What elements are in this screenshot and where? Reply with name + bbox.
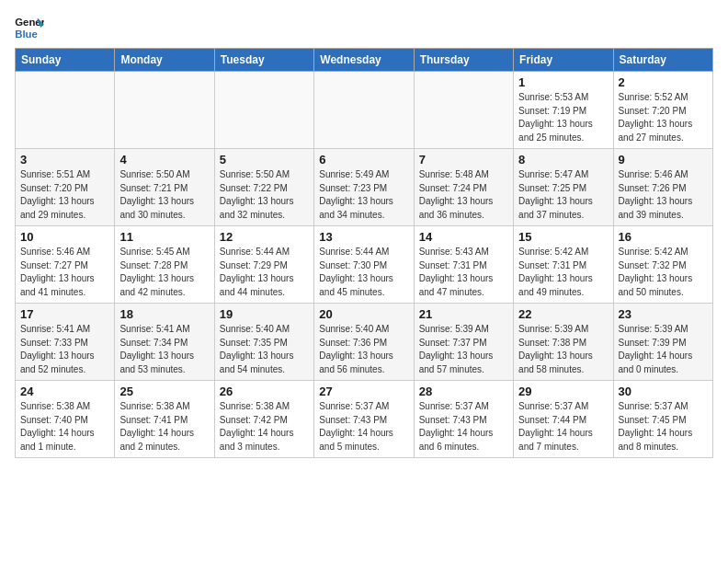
day-info: Sunrise: 5:39 AM Sunset: 7:39 PM Dayligh…: [619, 323, 708, 376]
day-number: 25: [119, 385, 209, 398]
day-info: Sunrise: 5:38 AM Sunset: 7:40 PM Dayligh…: [20, 400, 109, 454]
day-number: 3: [20, 153, 109, 167]
column-header-tuesday: Tuesday: [214, 49, 313, 72]
calendar-cell: 30Sunrise: 5:37 AM Sunset: 7:45 PM Dayli…: [613, 381, 712, 458]
day-info: Sunrise: 5:38 AM Sunset: 7:41 PM Dayligh…: [119, 400, 209, 454]
logo: General Blue: [15, 15, 50, 40]
calendar-cell: 20Sunrise: 5:40 AM Sunset: 7:36 PM Dayli…: [314, 304, 414, 381]
day-number: 26: [220, 385, 309, 398]
column-header-thursday: Thursday: [414, 49, 513, 72]
calendar-cell: 17Sunrise: 5:41 AM Sunset: 7:33 PM Dayli…: [16, 304, 115, 381]
day-info: Sunrise: 5:37 AM Sunset: 7:45 PM Dayligh…: [619, 400, 708, 454]
calendar-week-row: 24Sunrise: 5:38 AM Sunset: 7:40 PM Dayli…: [16, 381, 713, 458]
calendar-cell: 10Sunrise: 5:46 AM Sunset: 7:27 PM Dayli…: [16, 226, 115, 304]
calendar-cell: 21Sunrise: 5:39 AM Sunset: 7:37 PM Dayli…: [414, 304, 513, 381]
calendar-cell: 27Sunrise: 5:37 AM Sunset: 7:43 PM Dayli…: [314, 381, 414, 458]
day-number: 30: [619, 385, 708, 398]
calendar-cell: 6Sunrise: 5:49 AM Sunset: 7:23 PM Daylig…: [314, 149, 414, 226]
calendar-cell: 4Sunrise: 5:50 AM Sunset: 7:21 PM Daylig…: [115, 149, 214, 226]
day-number: 29: [518, 385, 608, 398]
day-info: Sunrise: 5:46 AM Sunset: 7:27 PM Dayligh…: [20, 246, 109, 299]
day-info: Sunrise: 5:50 AM Sunset: 7:21 PM Dayligh…: [119, 168, 209, 222]
day-info: Sunrise: 5:38 AM Sunset: 7:42 PM Dayligh…: [220, 400, 309, 454]
calendar-cell: 14Sunrise: 5:43 AM Sunset: 7:31 PM Dayli…: [414, 226, 513, 304]
column-header-saturday: Saturday: [613, 49, 712, 72]
svg-text:Blue: Blue: [15, 29, 38, 40]
day-number: 27: [319, 385, 408, 398]
calendar-cell: 5Sunrise: 5:50 AM Sunset: 7:22 PM Daylig…: [214, 149, 313, 226]
day-number: 28: [419, 385, 508, 398]
day-number: 7: [419, 153, 508, 167]
calendar-cell: 18Sunrise: 5:41 AM Sunset: 7:34 PM Dayli…: [115, 304, 214, 381]
day-info: Sunrise: 5:41 AM Sunset: 7:33 PM Dayligh…: [20, 323, 109, 376]
calendar-cell: 26Sunrise: 5:38 AM Sunset: 7:42 PM Dayli…: [214, 381, 313, 458]
calendar-week-row: 3Sunrise: 5:51 AM Sunset: 7:20 PM Daylig…: [16, 149, 713, 226]
day-info: Sunrise: 5:43 AM Sunset: 7:31 PM Dayligh…: [419, 246, 508, 299]
column-header-monday: Monday: [115, 49, 214, 72]
logo-icon: General Blue: [15, 15, 44, 40]
calendar-week-row: 10Sunrise: 5:46 AM Sunset: 7:27 PM Dayli…: [16, 226, 713, 304]
calendar-table: SundayMondayTuesdayWednesdayThursdayFrid…: [15, 48, 713, 458]
day-info: Sunrise: 5:37 AM Sunset: 7:43 PM Dayligh…: [419, 400, 508, 454]
calendar-week-row: 1Sunrise: 5:53 AM Sunset: 7:19 PM Daylig…: [16, 72, 713, 149]
calendar-cell: 13Sunrise: 5:44 AM Sunset: 7:30 PM Dayli…: [314, 226, 414, 304]
day-number: 18: [119, 307, 209, 321]
calendar-cell: 11Sunrise: 5:45 AM Sunset: 7:28 PM Dayli…: [115, 226, 214, 304]
calendar-cell: [214, 72, 313, 149]
calendar-cell: 12Sunrise: 5:44 AM Sunset: 7:29 PM Dayli…: [214, 226, 313, 304]
calendar-cell: 7Sunrise: 5:48 AM Sunset: 7:24 PM Daylig…: [414, 149, 513, 226]
day-number: 1: [518, 75, 608, 89]
day-info: Sunrise: 5:52 AM Sunset: 7:20 PM Dayligh…: [619, 91, 708, 144]
day-info: Sunrise: 5:44 AM Sunset: 7:30 PM Dayligh…: [319, 246, 408, 299]
day-number: 9: [619, 153, 708, 167]
calendar-cell: 24Sunrise: 5:38 AM Sunset: 7:40 PM Dayli…: [16, 381, 115, 458]
day-info: Sunrise: 5:40 AM Sunset: 7:36 PM Dayligh…: [319, 323, 408, 376]
page-header: General Blue: [15, 15, 713, 40]
day-number: 11: [119, 230, 209, 244]
day-info: Sunrise: 5:53 AM Sunset: 7:19 PM Dayligh…: [518, 91, 608, 144]
calendar-cell: 29Sunrise: 5:37 AM Sunset: 7:44 PM Dayli…: [514, 381, 613, 458]
column-header-sunday: Sunday: [16, 49, 115, 72]
day-number: 23: [619, 307, 708, 321]
day-number: 6: [319, 153, 408, 167]
day-number: 16: [619, 230, 708, 244]
day-number: 14: [419, 230, 508, 244]
calendar-cell: 15Sunrise: 5:42 AM Sunset: 7:31 PM Dayli…: [514, 226, 613, 304]
calendar-cell: 9Sunrise: 5:46 AM Sunset: 7:26 PM Daylig…: [613, 149, 712, 226]
day-info: Sunrise: 5:50 AM Sunset: 7:22 PM Dayligh…: [220, 168, 309, 222]
column-header-friday: Friday: [514, 49, 613, 72]
calendar-cell: 1Sunrise: 5:53 AM Sunset: 7:19 PM Daylig…: [514, 72, 613, 149]
calendar-cell: 8Sunrise: 5:47 AM Sunset: 7:25 PM Daylig…: [514, 149, 613, 226]
day-info: Sunrise: 5:37 AM Sunset: 7:43 PM Dayligh…: [319, 400, 408, 454]
day-info: Sunrise: 5:47 AM Sunset: 7:25 PM Dayligh…: [518, 168, 608, 222]
day-number: 8: [518, 153, 608, 167]
calendar-cell: 23Sunrise: 5:39 AM Sunset: 7:39 PM Dayli…: [613, 304, 712, 381]
calendar-cell: [314, 72, 414, 149]
day-info: Sunrise: 5:45 AM Sunset: 7:28 PM Dayligh…: [119, 246, 209, 299]
calendar-week-row: 17Sunrise: 5:41 AM Sunset: 7:33 PM Dayli…: [16, 304, 713, 381]
day-info: Sunrise: 5:51 AM Sunset: 7:20 PM Dayligh…: [20, 168, 109, 222]
day-number: 20: [319, 307, 408, 321]
day-number: 12: [220, 230, 309, 244]
calendar-cell: 22Sunrise: 5:39 AM Sunset: 7:38 PM Dayli…: [514, 304, 613, 381]
day-info: Sunrise: 5:42 AM Sunset: 7:31 PM Dayligh…: [518, 246, 608, 299]
day-info: Sunrise: 5:39 AM Sunset: 7:38 PM Dayligh…: [518, 323, 608, 376]
day-info: Sunrise: 5:46 AM Sunset: 7:26 PM Dayligh…: [619, 168, 708, 222]
day-number: 21: [419, 307, 508, 321]
day-info: Sunrise: 5:37 AM Sunset: 7:44 PM Dayligh…: [518, 400, 608, 454]
calendar-cell: 16Sunrise: 5:42 AM Sunset: 7:32 PM Dayli…: [613, 226, 712, 304]
calendar-cell: [16, 72, 115, 149]
calendar-cell: 19Sunrise: 5:40 AM Sunset: 7:35 PM Dayli…: [214, 304, 313, 381]
day-info: Sunrise: 5:41 AM Sunset: 7:34 PM Dayligh…: [119, 323, 209, 376]
day-info: Sunrise: 5:39 AM Sunset: 7:37 PM Dayligh…: [419, 323, 508, 376]
calendar-cell: 2Sunrise: 5:52 AM Sunset: 7:20 PM Daylig…: [613, 72, 712, 149]
calendar-cell: [414, 72, 513, 149]
day-info: Sunrise: 5:49 AM Sunset: 7:23 PM Dayligh…: [319, 168, 408, 222]
day-number: 10: [20, 230, 109, 244]
day-number: 22: [518, 307, 608, 321]
column-header-wednesday: Wednesday: [314, 49, 414, 72]
day-number: 19: [220, 307, 309, 321]
day-number: 13: [319, 230, 408, 244]
calendar-header-row: SundayMondayTuesdayWednesdayThursdayFrid…: [16, 49, 713, 72]
day-info: Sunrise: 5:40 AM Sunset: 7:35 PM Dayligh…: [220, 323, 309, 376]
